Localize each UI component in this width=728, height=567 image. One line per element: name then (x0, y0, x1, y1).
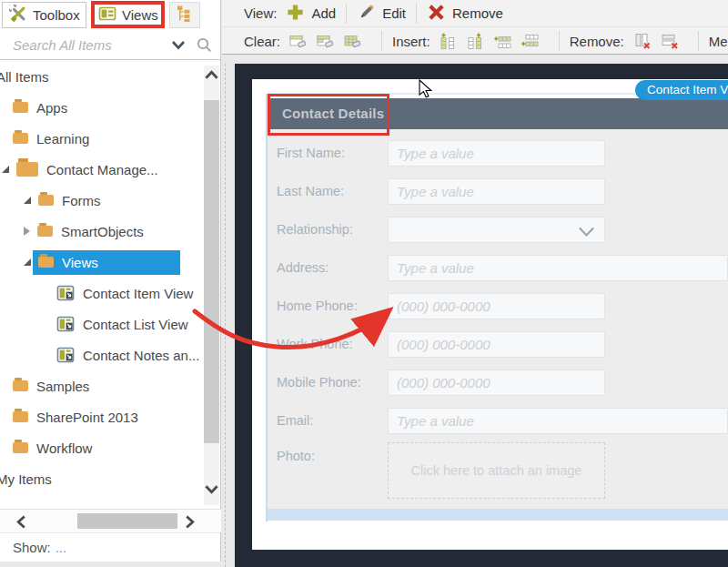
tab-toolbox[interactable]: Toolbox (2, 2, 86, 28)
search-input[interactable]: Search All Items (13, 37, 169, 53)
edit-pencil-icon (357, 3, 376, 25)
tree-item-contact-manage[interactable]: Contact Manage... (0, 154, 220, 185)
address-input[interactable]: Type a value (388, 255, 728, 281)
remove-row-icon[interactable] (661, 33, 680, 50)
views-tab-icon (98, 5, 116, 25)
field-control (388, 217, 728, 243)
remove-button[interactable]: Remove (427, 3, 503, 25)
relationship-dropdown[interactable] (388, 217, 605, 243)
search-icon[interactable] (195, 35, 213, 54)
remove-column-icon[interactable] (633, 33, 652, 50)
tab-views-label: Views (122, 7, 158, 23)
tree-item-label: Contact Notes an... (83, 348, 199, 363)
chevron-down-icon[interactable] (169, 35, 187, 54)
field-control: (000) 000-0000 (388, 370, 728, 396)
field-label: Photo: (268, 449, 388, 463)
toolbar-separator (559, 31, 560, 51)
email-input[interactable]: Type a value (388, 408, 728, 434)
clear-table-icon[interactable] (344, 33, 363, 50)
view-selection-bottom-edge (268, 509, 728, 521)
edit-button[interactable]: Edit (357, 3, 406, 25)
tree-item-workflow[interactable]: Workflow (0, 432, 220, 463)
attach-image-dropzone[interactable]: Click here to attach an image (388, 442, 605, 499)
clear-cell-icon[interactable] (317, 33, 336, 50)
mobile-phone-input[interactable]: (000) 000-0000 (388, 370, 605, 396)
sidebar: Toolbox Views Search All Items All Items… (0, 0, 221, 562)
scrollbar-thumb[interactable] (204, 100, 219, 443)
horizontal-scrollbar[interactable] (0, 509, 221, 532)
insert-row-above-icon[interactable] (494, 33, 513, 50)
toolbox-icon (9, 5, 27, 25)
view-tab-badge[interactable]: Contact Item View (635, 80, 728, 100)
add-button[interactable]: Add (286, 3, 336, 25)
tree-item-my-items[interactable]: My Items (0, 463, 220, 494)
tree-item-label: Workflow (36, 440, 92, 456)
form-field-row-home-phone: Home Phone: (000) 000-0000 (268, 287, 728, 325)
tree-item-forms[interactable]: Forms (0, 185, 220, 216)
tree-item-icon (13, 380, 28, 391)
sidebar-tabbar: Toolbox Views (0, 0, 220, 30)
item-tree: All Items Apps Learning Contact Manage..… (0, 61, 220, 494)
tree-item-contact-notes-an[interactable]: Contact Notes an... (0, 339, 220, 370)
insert-column-right-icon[interactable] (467, 33, 486, 50)
tree-item-label: Learning (36, 131, 89, 147)
clear-contents-icon[interactable] (289, 33, 308, 50)
first-name-input[interactable]: Type a value (388, 140, 605, 167)
tree-item-smartobjects[interactable]: SmartObjects (0, 216, 220, 247)
expander-icon[interactable] (24, 197, 31, 204)
tree-item-samples[interactable]: Samples (0, 370, 220, 401)
tree-item-apps[interactable]: Apps (0, 92, 220, 123)
tree-item-label: Samples (36, 379, 89, 394)
tree-tab-icon (176, 5, 194, 25)
tree-item-all-items[interactable]: All Items (0, 61, 220, 92)
tree-item-label: Contact List View (83, 317, 188, 332)
tree-item-label: Contact Item View (83, 286, 193, 301)
tab-context-browser[interactable] (169, 2, 200, 28)
field-label: Email: (268, 413, 388, 428)
scroll-down-icon[interactable] (204, 480, 219, 498)
tree-item-learning[interactable]: Learning (0, 123, 220, 154)
field-label: Mobile Phone: (268, 375, 388, 390)
placeholder-text: Type a value (397, 146, 474, 161)
clear-group-label: Clear: (244, 34, 280, 49)
field-label: Work Phone: (268, 337, 388, 351)
scroll-left-icon[interactable] (11, 512, 31, 531)
expander-icon[interactable] (24, 258, 31, 266)
tree-item-label: Contact Manage... (46, 162, 158, 177)
placeholder-text: Type a value (397, 260, 474, 276)
tab-toolbox-label: Toolbox (33, 7, 80, 23)
toolbar-separator (416, 4, 417, 24)
tree-item-sharepoint-2013[interactable]: SharePoint 2013 (0, 401, 220, 432)
merge-group-label: Merge: (709, 34, 728, 49)
expander-icon[interactable] (2, 166, 9, 173)
show-options-link[interactable]: ... (56, 540, 67, 555)
tab-views[interactable]: Views (91, 1, 165, 28)
vertical-scrollbar[interactable] (204, 66, 219, 505)
tree-item-label: SmartObjects (61, 224, 144, 239)
toolbar-row-table: Clear:Insert:Remove:Merge: (222, 27, 728, 55)
add-icon (286, 3, 305, 25)
tree-item-label: My Items (0, 471, 52, 487)
search-bar[interactable]: Search All Items (0, 30, 220, 60)
toolbar-separator (381, 31, 382, 51)
insert-column-left-icon[interactable] (440, 33, 459, 50)
home-phone-input[interactable]: (000) 000-0000 (388, 293, 605, 319)
expander-icon[interactable] (24, 227, 30, 236)
field-label: Relationship: (268, 222, 388, 237)
tree-item-label: All Items (0, 69, 49, 85)
scrollbar-thumb[interactable] (77, 513, 177, 529)
scroll-up-icon[interactable] (204, 66, 219, 84)
insert-row-below-icon[interactable] (521, 33, 541, 50)
work-phone-input[interactable]: (000) 000-0000 (388, 331, 605, 358)
view-item-icon (56, 315, 75, 333)
scroll-right-icon[interactable] (179, 512, 199, 531)
panel-splitter[interactable] (221, 0, 235, 567)
tree-item-views[interactable]: Views (0, 247, 220, 278)
tree-item-contact-item-view[interactable]: Contact Item View (0, 278, 220, 309)
tree-item-contact-list-view[interactable]: Contact List View (0, 309, 220, 339)
field-control: (000) 000-0000 (388, 331, 728, 358)
last-name-input[interactable]: Type a value (388, 178, 605, 205)
ribbon-toolbar: View: Add Edit Remove Clear:Insert:Remov… (222, 0, 728, 55)
placeholder-text: (000) 000-0000 (397, 375, 490, 390)
view-group-label: View: (244, 5, 277, 21)
